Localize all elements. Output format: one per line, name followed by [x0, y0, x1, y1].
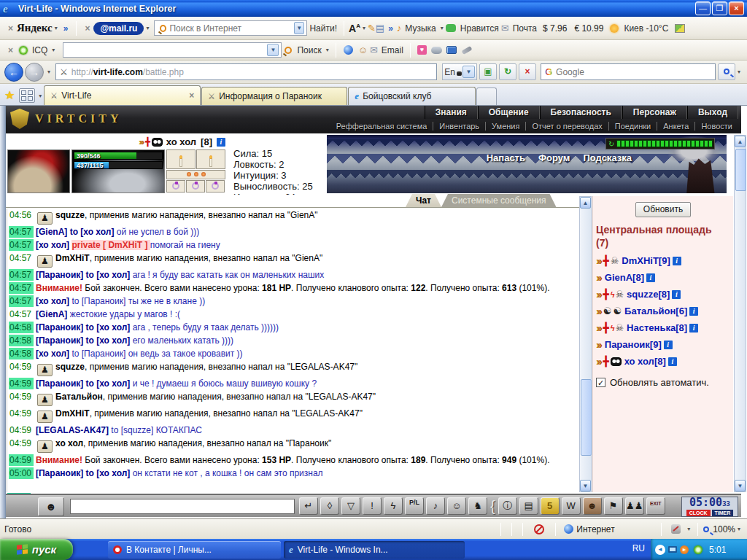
yandex-menu[interactable]: Яндекс — [17, 22, 53, 34]
eraser-button[interactable]: ◊ — [320, 497, 339, 515]
font-size-dropdown-icon[interactable]: ▾ — [360, 25, 368, 31]
zoom-dropdown-icon[interactable]: ▾ — [735, 526, 743, 532]
web-globe-icon[interactable] — [344, 45, 353, 55]
icq-menu[interactable]: ICQ — [30, 45, 50, 55]
info-icon[interactable]: i — [646, 273, 655, 282]
eur-rate[interactable]: € 10.99 — [570, 23, 607, 34]
tray-collapse-icon[interactable]: ◄ — [655, 545, 665, 555]
alert-button[interactable]: ! — [363, 497, 382, 515]
language-bar[interactable]: RU — [632, 543, 645, 553]
music-menu[interactable]: Музыка — [403, 23, 438, 34]
media-player-icon[interactable]: ► — [680, 545, 689, 554]
quick-tabs-button[interactable] — [19, 88, 35, 103]
smiley-button[interactable]: ☺ — [447, 497, 466, 515]
icq-search-dropdown-icon[interactable]: ▼ — [267, 44, 279, 56]
search-dropdown-icon[interactable]: ▼ — [294, 22, 305, 34]
icq-heart-icon[interactable]: ♥ — [417, 45, 427, 55]
equipment-slot-candle[interactable] — [196, 149, 225, 169]
page-scrollbar[interactable]: ▲ ▼ — [734, 135, 746, 492]
pl-button[interactable]: P/L — [405, 497, 424, 515]
info-icon[interactable]: i — [668, 357, 677, 366]
address-input[interactable]: ⚔ http://virt-life.com/battle.php — [55, 63, 437, 80]
nav-link[interactable]: Анкета — [657, 122, 695, 131]
money-bag-button[interactable]: ⓘ — [498, 497, 517, 515]
nav-link[interactable]: Новости — [695, 122, 738, 131]
timer-label[interactable]: TIMER — [712, 510, 734, 516]
equipment-slot-candle[interactable] — [166, 149, 196, 169]
attack-arrow-icon[interactable]: » — [139, 136, 144, 147]
music-button[interactable]: ♪ — [426, 497, 445, 515]
search-options-dropdown-icon[interactable]: ▾ — [735, 69, 743, 75]
find-button[interactable]: Найти! — [307, 23, 339, 34]
network-icon[interactable] — [668, 546, 677, 553]
people-search-icon[interactable]: ☺ — [356, 44, 370, 55]
scene-link[interactable]: Подсказка — [583, 152, 632, 163]
attack-arrow-icon[interactable]: » — [596, 255, 602, 267]
mailru-logo[interactable]: @mail.ru — [93, 22, 144, 35]
equipment-slot-gems[interactable] — [166, 170, 225, 179]
attack-arrow-icon[interactable]: » — [596, 289, 602, 300]
player-name[interactable]: GienA — [605, 272, 632, 283]
icq-search-dropdown[interactable]: ▾ — [324, 47, 331, 53]
player-name[interactable]: DmXHiT — [622, 255, 659, 266]
history-dropdown-icon[interactable]: ▾ — [45, 69, 53, 75]
player-name[interactable]: Параноик — [605, 339, 650, 350]
attack-arrow-icon[interactable]: » — [596, 322, 602, 334]
mailru-search-input[interactable] — [169, 23, 292, 34]
minimize-button[interactable]: — — [695, 1, 711, 15]
yandex-overflow-chevron[interactable]: » — [60, 23, 72, 34]
info-icon[interactable]: i — [672, 290, 681, 299]
coin-button[interactable]: 5 — [541, 497, 560, 515]
player-name[interactable]: хо хол — [166, 136, 196, 147]
refresh-mini-icon[interactable]: ↻ — [606, 140, 616, 148]
game-logo[interactable]: VIRTCITY — [10, 109, 122, 129]
filter-button[interactable]: ▽ — [341, 497, 360, 515]
weather-info[interactable]: Киев -10°C — [622, 23, 670, 34]
games-icon[interactable] — [431, 47, 442, 54]
nav-link[interactable]: Отчет о переводах — [526, 122, 608, 131]
phishing-dropdown-icon[interactable]: ▾ — [685, 526, 692, 532]
duel-button[interactable]: ♟♟ — [625, 497, 644, 515]
nav-item[interactable]: Персонаж — [622, 106, 687, 119]
restore-button[interactable]: ❐ — [712, 1, 727, 15]
forward-button[interactable]: → — [25, 63, 44, 82]
runner-button[interactable]: ϟ — [384, 497, 403, 515]
refresh-button[interactable]: ↻ — [499, 63, 516, 80]
chat-tab[interactable]: Чат — [406, 194, 441, 207]
people-button[interactable]: ☻ — [583, 497, 602, 515]
stop-button[interactable]: × — [519, 63, 536, 80]
icq-search-button[interactable]: Поиск — [295, 45, 323, 55]
scroll-thumb[interactable] — [581, 379, 592, 456]
taskbar-task[interactable]: eVirt-Life - Windows In... — [284, 541, 465, 559]
highlighter-button[interactable]: ✎ — [368, 23, 376, 34]
google-search-input[interactable] — [556, 67, 711, 77]
info-icon[interactable]: i — [689, 324, 698, 332]
exit-button[interactable]: EXIT — [646, 497, 665, 515]
map-icon[interactable] — [675, 24, 685, 33]
equipment-slot-ring[interactable] — [206, 180, 225, 192]
new-tab-stub[interactable] — [476, 88, 497, 105]
info-icon[interactable]: i — [673, 257, 681, 265]
nav-item[interactable]: Выход — [687, 106, 738, 119]
player-name[interactable]: Батальйон — [624, 306, 676, 316]
tv-icon[interactable] — [446, 46, 457, 54]
font-size-button[interactable]: AA — [349, 23, 360, 34]
page-media-button[interactable]: ▣ — [479, 63, 497, 80]
chat-tab[interactable]: Системные сообщения — [441, 194, 557, 207]
scroll-thumb[interactable] — [735, 149, 746, 191]
flag-button[interactable]: ⚑ — [604, 497, 623, 515]
flashlight-icon[interactable] — [461, 45, 472, 54]
equipment-slot-ring[interactable] — [186, 180, 205, 192]
nav-item[interactable]: Знания — [425, 106, 478, 119]
nav-link[interactable]: Умения — [486, 122, 526, 131]
like-button[interactable]: Нравится — [458, 23, 501, 34]
scroll-down-icon[interactable]: ▼ — [580, 480, 591, 491]
attack-arrow-icon[interactable]: » — [596, 306, 602, 317]
close-button[interactable]: × — [729, 1, 744, 15]
player-name[interactable]: squzze — [627, 289, 658, 300]
quick-tabs-dropdown-icon[interactable]: ▾ — [36, 93, 44, 105]
nav-link[interactable]: Рефферальная система — [330, 122, 434, 131]
player-name[interactable]: Настенька — [627, 322, 676, 333]
browser-tab[interactable]: eБойцовский клуб — [348, 87, 476, 105]
favorites-star-button[interactable]: ★ — [1, 88, 19, 105]
